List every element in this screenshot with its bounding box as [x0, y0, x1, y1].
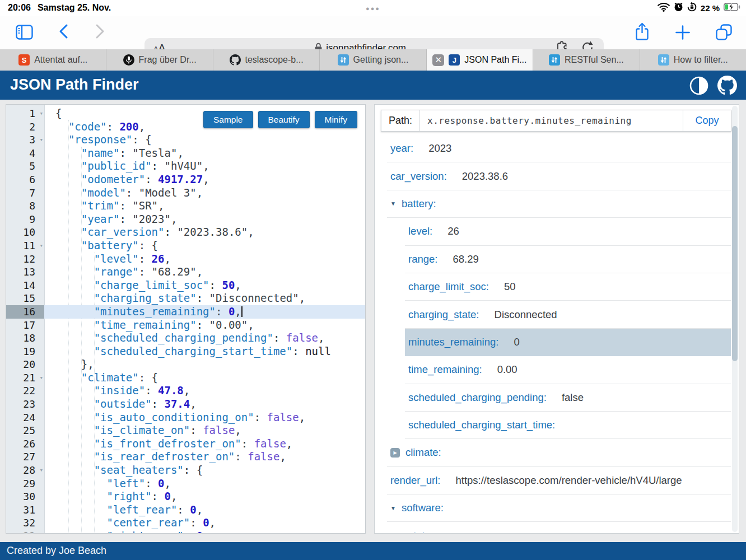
line-number: 20 [6, 358, 44, 371]
editor-line-11[interactable]: 11▾ "battery": { [6, 239, 365, 253]
editor-line-26[interactable]: 26 "is_front_defroster_on": false, [6, 437, 365, 451]
editor-line-30[interactable]: 30 "right": 0, [6, 490, 365, 503]
editor-line-6[interactable]: 6 "odometer": 4917.27, [6, 173, 365, 186]
line-number: 23 [6, 398, 44, 411]
tab-filter-blue[interactable]: How to filter... [640, 49, 746, 71]
line-number: 8 [6, 199, 44, 213]
tree-row-software[interactable]: ▼software: [387, 494, 731, 522]
editor-line-32[interactable]: 32 "center_rear": 0, [6, 516, 365, 530]
editor-line-4[interactable]: 4 "name": "Tesla", [6, 147, 365, 160]
tab-microphone[interactable]: Frag über Dr... [106, 49, 213, 71]
editor-line-17[interactable]: 17 "time_remaining": "0.00", [6, 319, 365, 332]
collapse-icon[interactable]: ▼ [390, 200, 396, 207]
tree-row-year[interactable]: year:2023 [387, 135, 731, 162]
beautify-button[interactable]: Beautify [258, 111, 310, 128]
line-number: 2 [6, 120, 44, 134]
code-text: "scheduled_charging_start_time": null [44, 345, 331, 358]
editor-line-20[interactable]: 20 }, [6, 358, 365, 371]
back-button-icon[interactable] [58, 24, 68, 41]
share-icon[interactable] [635, 22, 650, 43]
tab-doc-blue[interactable]: Getting json... [320, 49, 426, 71]
editor-line-33[interactable]: 33 "right_rear": 0 [6, 530, 365, 534]
tab-github[interactable]: teslascope-b... [213, 49, 320, 71]
new-tab-plus-icon[interactable] [675, 25, 690, 42]
editor-line-25[interactable]: 25 "is_climate_on": false, [6, 424, 365, 437]
dark-mode-toggle-icon[interactable] [689, 76, 708, 97]
editor-line-8[interactable]: 8 "trim": "SR", [6, 199, 365, 213]
editor-line-9[interactable]: 9 "year": "2023", [6, 213, 365, 226]
editor-line-10[interactable]: 10 "car_version": "2023.38.6", [6, 226, 365, 239]
editor-line-3[interactable]: 3▾ "response": { [6, 133, 365, 147]
tab-label: Attentat auf... [34, 55, 87, 65]
editor-line-12[interactable]: 12 "level": 26, [6, 253, 365, 266]
editor-line-23[interactable]: 23 "outside": 37.4, [6, 398, 365, 411]
tree-row-charge_limit_soc[interactable]: charge_limit_soc:50 [405, 273, 731, 301]
fold-arrow-icon[interactable]: ▾ [39, 371, 43, 385]
path-bar: Path: x.response.battery.minutes_remaini… [381, 110, 731, 132]
editor-line-24[interactable]: 24 "is_auto_conditioning_on": false, [6, 411, 365, 424]
editor-line-14[interactable]: 14 "charge_limit_soc": 50, [6, 279, 365, 292]
wifi-icon [658, 2, 670, 14]
scrollbar-track[interactable] [732, 106, 738, 532]
tree-row-status[interactable]: status: [405, 522, 731, 534]
code-text: "public_id": "hV4U", [44, 160, 209, 173]
minify-button[interactable]: Minify [315, 111, 357, 128]
tree-row-minutes_remaining[interactable]: minutes_remaining:0 [405, 329, 731, 356]
tree-row-render_url[interactable]: render_url:https://teslascope.com/render… [387, 467, 731, 494]
forward-button-icon[interactable] [95, 24, 105, 41]
tree-row-charging_state[interactable]: charging_state:Disconnected [405, 301, 731, 328]
line-number: 32 [6, 516, 44, 530]
tab-rest-blue[interactable]: RESTful Sen... [533, 49, 640, 71]
tree-row-time_remaining[interactable]: time_remaining:0.00 [405, 356, 731, 384]
spiegel-favicon: S [18, 54, 30, 66]
tab-json-path-finder[interactable]: ✕JJSON Path Fi... [427, 49, 533, 71]
editor-line-29[interactable]: 29 "left": 0, [6, 477, 365, 491]
sidebar-toggle-icon[interactable] [16, 25, 33, 42]
tree-row-battery[interactable]: ▼battery: [387, 190, 731, 218]
tree-row-car_version[interactable]: car_version:2023.38.6 [387, 162, 731, 190]
editor-line-7[interactable]: 7 "model": "Model 3", [6, 186, 365, 200]
line-number: 5 [6, 160, 44, 173]
tree-row-level[interactable]: level:26 [405, 218, 731, 245]
editor-line-31[interactable]: 31 "left_rear": 0, [6, 503, 365, 517]
fold-arrow-icon[interactable]: ▾ [39, 464, 43, 477]
editor-line-5[interactable]: 5 "public_id": "hV4U", [6, 160, 365, 173]
editor-line-27[interactable]: 27 "is_rear_defroster_on": false, [6, 450, 365, 464]
tab-label: Frag über Dr... [139, 55, 197, 65]
editor-line-28[interactable]: 28▾ "seat_heaters": { [6, 464, 365, 477]
code-text: "inside": 47.8, [44, 384, 190, 398]
editor-buttons: Sample Beautify Minify [203, 111, 357, 128]
tab-close-icon[interactable]: ✕ [432, 54, 444, 66]
editor-line-15[interactable]: 15 "charging_state": "Disconnected", [6, 292, 365, 305]
line-number: 11▾ [6, 239, 44, 253]
tree-row-range[interactable]: range:68.29 [405, 246, 731, 273]
tab-spiegel[interactable]: SAttentat auf... [0, 49, 106, 71]
github-icon[interactable] [717, 76, 737, 97]
tree-row-climate[interactable]: ▶climate: [387, 439, 731, 466]
editor-line-22[interactable]: 22 "inside": 47.8, [6, 384, 365, 398]
tree-value: 2023.38.6 [462, 170, 508, 183]
code-text: { [44, 107, 62, 120]
code-text: "code": 200, [44, 120, 145, 134]
sample-button[interactable]: Sample [203, 111, 253, 128]
editor-line-13[interactable]: 13 "range": "68.29", [6, 265, 365, 279]
scrollbar-thumb[interactable] [732, 126, 738, 361]
code-text: "is_front_defroster_on": false, [44, 437, 292, 451]
tree-row-scheduled_charging_start_time[interactable]: scheduled_charging_start_time: [405, 412, 731, 439]
fold-arrow-icon[interactable]: ▾ [39, 239, 43, 253]
editor-line-19[interactable]: 19 "scheduled_charging_start_time": null [6, 345, 365, 358]
editor-line-16[interactable]: 16 "minutes_remaining": 0, [6, 305, 365, 319]
copy-button[interactable]: Copy [683, 110, 731, 131]
line-number: 1▾ [6, 107, 44, 120]
collapse-icon[interactable]: ▼ [390, 505, 396, 511]
tab-overview-icon[interactable] [716, 24, 732, 43]
expand-icon[interactable]: ▶ [390, 448, 400, 458]
editor-line-21[interactable]: 21▾ "climate": { [6, 371, 365, 385]
path-value[interactable]: x.response.battery.minutes_remaining [419, 110, 683, 131]
fold-arrow-icon[interactable]: ▾ [39, 107, 43, 120]
editor-line-18[interactable]: 18 "scheduled_charging_pending": false, [6, 332, 365, 345]
multitasking-dots-icon[interactable]: ●●● [366, 5, 380, 12]
fold-arrow-icon[interactable]: ▾ [39, 133, 43, 147]
tree-row-scheduled_charging_pending[interactable]: scheduled_charging_pending:false [405, 384, 731, 412]
json-editor-panel[interactable]: 1▾{2 "code": 200,3▾ "response": {4 "name… [6, 104, 366, 534]
